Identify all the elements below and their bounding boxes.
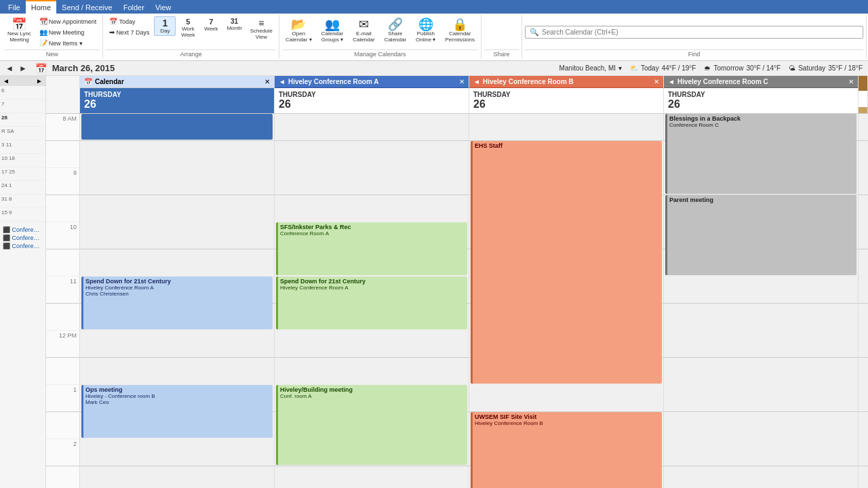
cal-groups-icon: 👥: [325, 18, 340, 30]
meeting-icon: 👥: [39, 28, 47, 36]
ribbon-group-goto: 📅 Today ➡ Next 7 Days 1 Day 5: [103, 15, 279, 59]
weather-saturday-label: Saturday: [798, 64, 825, 72]
open-cal-icon: 📂: [291, 18, 306, 30]
tab-view[interactable]: View: [150, 0, 177, 14]
event-title: Parent meeting: [669, 197, 854, 203]
mini-cal-next[interactable]: ►: [36, 77, 43, 85]
location-text: Manitou Beach, MI: [559, 64, 616, 72]
new-items-button[interactable]: 📝 New Items ▾: [36, 38, 100, 48]
tab-send-receive[interactable]: Send / Receive: [56, 0, 118, 14]
open-calendar-button[interactable]: 📂 OpenCalendar ▾: [282, 16, 315, 45]
calendar-scroll-body[interactable]: 8 AM9101112 PM123456789 Spend Down for 2…: [46, 114, 868, 488]
today-button[interactable]: 📅 Today: [106, 16, 153, 26]
conf-c-tab-label: Hiveley Conference Room C: [677, 78, 768, 85]
calendar-groups-button[interactable]: 👥 CalendarGroups ▾: [318, 16, 347, 45]
search-container: 🔍: [525, 26, 863, 39]
cal-col-conf-b[interactable]: EHS StaffUWSEM SIF Site VisitHiveley Con…: [469, 114, 664, 488]
location-selector[interactable]: Manitou Beach, MI ▾: [559, 64, 622, 72]
cal-col-conf-a[interactable]: SFS/Inkster Parks & RecConference Room A…: [275, 114, 469, 488]
next7-button[interactable]: ➡ Next 7 Days: [106, 27, 153, 37]
conf-c-day-name: THURSDAY: [668, 91, 854, 98]
conf-c-tab: ◄ Hiveley Conference Room C ✕: [664, 76, 858, 88]
event-organizer: Chris Christensen: [85, 291, 271, 297]
event-evt7[interactable]: EHS Staff: [471, 141, 662, 384]
publish-online-button[interactable]: 🌐 PublishOnline ▾: [412, 16, 439, 45]
new-appointment-button[interactable]: 📆 New Appointment: [36, 16, 100, 26]
calendar-grid-container: 📅 Calendar ✕ THURSDAY 26 ◄ Hiveley Confe…: [46, 76, 868, 488]
conf-b-day-num: 26: [473, 98, 659, 110]
room-item-b[interactable]: ⬛ Conference Room B: [1, 234, 44, 242]
my-calendar-tab-label: Calendar: [95, 78, 124, 85]
schedule-icon: ≡: [258, 18, 264, 28]
nav-next-button[interactable]: ►: [19, 64, 27, 73]
event-evt2[interactable]: Ops meetingHiveley - Conference room BMa…: [81, 385, 273, 438]
location-dropdown-icon: ▾: [618, 64, 622, 72]
mini-cal-prev[interactable]: ◄: [3, 77, 9, 85]
event-title: Ops meeting: [85, 386, 271, 393]
find-group-label: Find: [525, 49, 863, 58]
conf-b-day-header: THURSDAY 26: [469, 88, 663, 113]
event-evt3[interactable]: SFS/Inkster Parks & RecConference Room A: [276, 222, 467, 275]
cal-col-conf-c[interactable]: Blessings in a BackpackConference Room C…: [664, 114, 859, 488]
time-row-6: 6: [0, 86, 45, 100]
event-evt4[interactable]: Spend Down for 21st CenturyHiveley Confe…: [276, 277, 467, 329]
ribbon-group-manage: 📂 OpenCalendar ▾ 👥 CalendarGroups ▾ ✉ E-…: [279, 15, 481, 59]
month-button[interactable]: 31 Month: [223, 16, 245, 33]
tab-folder[interactable]: Folder: [118, 0, 150, 14]
conf-a-close-btn[interactable]: ✕: [459, 78, 465, 85]
ribbon: File Home Send / Receive Folder View 📅 N…: [0, 0, 868, 61]
weather-saturday: 🌤 Saturday 35°F / 18°F: [789, 64, 863, 72]
conf-c-day-num: 26: [668, 98, 854, 110]
share-calendar-button[interactable]: 🔗 ShareCalendar: [381, 16, 410, 45]
new-lync-meeting-button[interactable]: 📅 New LyncMeeting: [4, 16, 35, 45]
date-heading: March 26, 2015: [52, 63, 115, 73]
event-evt8[interactable]: UWSEM SIF Site VisitHiveley Conference R…: [471, 412, 662, 488]
appointment-icon: 📆: [39, 18, 47, 25]
work-week-button[interactable]: 5 WorkWeek: [177, 16, 199, 40]
ribbon-tab-row: File Home Send / Receive Folder View: [0, 0, 868, 14]
conf-c-prev-icon[interactable]: ◄: [668, 78, 675, 85]
ribbon-group-share: Share: [481, 15, 522, 59]
event-evt11[interactable]: Parent meeting: [665, 195, 856, 275]
event-title: Hiveley/Building meeting: [280, 386, 465, 393]
time-gutter-header: [46, 76, 80, 113]
event-evt10[interactable]: Blessings in a BackpackConference Room C: [665, 114, 856, 194]
event-organizer: Mark Ceo: [85, 399, 271, 405]
schedule-view-button[interactable]: ≡ ScheduleView: [247, 16, 276, 42]
my-calendar-close-btn[interactable]: ✕: [264, 78, 270, 85]
weather-tomorrow-label: Tomorrow: [713, 64, 743, 72]
tab-file[interactable]: File: [3, 0, 26, 14]
weather-today-label: Today: [641, 64, 659, 72]
conf-b-close-btn[interactable]: ✕: [654, 78, 659, 85]
new-meeting-button[interactable]: 👥 New Meeting: [36, 27, 100, 37]
tab-home[interactable]: Home: [26, 0, 56, 14]
week-button[interactable]: 7 Week: [200, 16, 222, 34]
conf-c-close-btn[interactable]: ✕: [848, 78, 854, 85]
nav-prev-button[interactable]: ◄: [5, 64, 14, 73]
mini-cal-nav: ◄ ►: [0, 76, 45, 86]
week-icon: 7: [209, 18, 213, 26]
event-evt5[interactable]: Hiveley/Building meetingConf. room A: [276, 385, 467, 465]
event-title: Spend Down for 21st Century: [85, 278, 271, 285]
conf-a-prev-icon[interactable]: ◄: [279, 78, 285, 85]
day-button[interactable]: 1 Day: [154, 16, 176, 36]
weather-saturday-temp: 35°F / 18°F: [828, 64, 863, 72]
conf-b-prev-icon[interactable]: ◄: [473, 78, 480, 85]
cal-col-my-calendar[interactable]: Spend Down for 21st CenturyHiveley Confe…: [80, 114, 275, 488]
room-item-a[interactable]: ⬛ Conference Room A: [1, 226, 44, 234]
calendar-permissions-button[interactable]: 🔒 CalendarPermissions: [441, 16, 478, 45]
event-location: Hiveley - Conference room B: [85, 393, 271, 399]
morning-block: [81, 114, 273, 140]
time-row-r: R SA: [0, 127, 45, 140]
today-icon: 📅: [109, 18, 117, 25]
room-item-c[interactable]: ⬛ Conference Room C: [1, 242, 44, 250]
event-evt1[interactable]: Spend Down for 21st CenturyHiveley Confe…: [81, 277, 273, 329]
weather-today: ⛅ Today 44°F / 19°F: [630, 64, 696, 72]
weather-today-temp: 44°F / 19°F: [662, 64, 696, 72]
time-gutter: 8 AM9101112 PM123456789: [46, 114, 80, 488]
email-calendar-button[interactable]: ✉ E-mailCalendar: [349, 16, 378, 45]
weather-widget: Manitou Beach, MI ▾ ⛅ Today 44°F / 19°F …: [559, 64, 863, 72]
time-row-10: 10 18: [0, 154, 45, 167]
location-bar: ◄ ► 📅 March 26, 2015 Manitou Beach, MI ▾…: [0, 61, 868, 76]
search-input[interactable]: [542, 28, 859, 36]
